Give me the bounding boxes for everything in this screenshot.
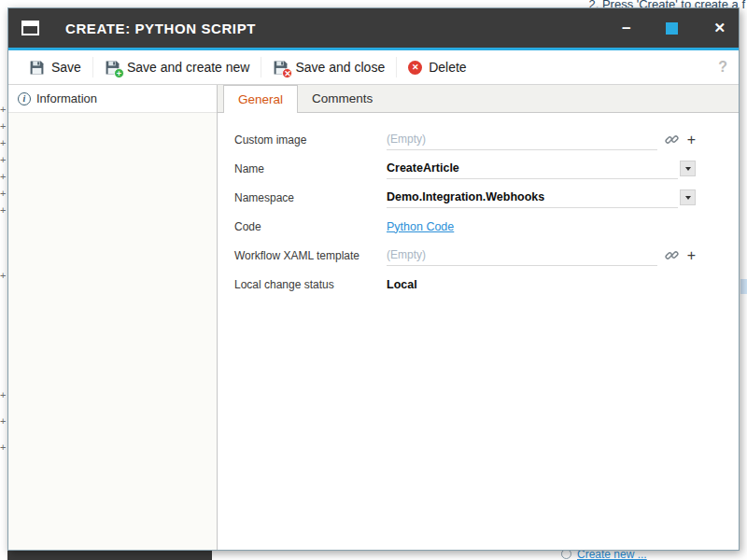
chevron-down-icon <box>685 167 691 171</box>
plus-badge-icon: + <box>114 68 124 78</box>
info-icon: i <box>18 92 31 105</box>
left-panel: i Information <box>8 85 218 550</box>
row-controls: + <box>665 133 696 147</box>
information-label: Information <box>36 91 97 105</box>
tree-expander-icon: + <box>0 189 6 198</box>
namespace-field[interactable]: Demo.Integration.Webhooks <box>387 188 678 208</box>
field-value: (Empty) <box>387 133 426 146</box>
field-value: (Empty) <box>387 248 426 261</box>
create-python-script-dialog: CREATE: PYTHON SCRIPT – ✕ Save <box>7 7 740 551</box>
form-row-code: Code Python Code <box>234 212 696 241</box>
general-form: Custom image (Empty) <box>218 113 739 299</box>
tab-general[interactable]: General <box>223 85 298 113</box>
field-label: Custom image <box>234 133 387 147</box>
titlebar[interactable]: CREATE: PYTHON SCRIPT – ✕ <box>8 8 739 48</box>
local-change-status-value: Local <box>387 274 696 295</box>
form-row-workflow-xaml-template: Workflow XAML template (Empty) <box>234 241 696 270</box>
tree-expander-icon: + <box>0 172 6 181</box>
main-panel: General Comments Custom image (Empty) <box>218 85 739 550</box>
minimize-button[interactable]: – <box>622 19 630 37</box>
save-and-close-button[interactable]: ✕ Save and close <box>261 50 396 84</box>
tab-information[interactable]: i Information <box>8 85 217 113</box>
chevron-down-icon <box>685 196 691 200</box>
tree-expander-icon: + <box>0 205 6 215</box>
save-and-close-label: Save and close <box>295 60 385 75</box>
form-row-namespace: Namespace Demo.Integration.Webhooks <box>234 183 696 212</box>
delete-label: Delete <box>429 60 466 75</box>
background-dark-panel <box>7 551 212 560</box>
help-icon[interactable]: ? <box>718 59 729 76</box>
name-dropdown-button[interactable] <box>680 161 696 176</box>
delete-icon: ✕ <box>408 61 422 75</box>
tree-expander-icon: + <box>0 271 6 280</box>
tree-expander-icon: + <box>0 155 6 164</box>
maximize-button[interactable] <box>666 22 678 35</box>
add-icon[interactable]: + <box>687 248 696 263</box>
close-button[interactable]: ✕ <box>713 20 726 36</box>
field-value: Demo.Integration.Webhooks <box>387 190 544 203</box>
code-field: Python Code <box>387 217 696 237</box>
window-controls: – ✕ <box>622 19 726 37</box>
field-value: CreateArticle <box>387 161 459 175</box>
field-label: Workflow XAML template <box>234 249 387 262</box>
save-button[interactable]: Save <box>18 50 92 84</box>
link-icon[interactable] <box>665 133 679 147</box>
name-field[interactable]: CreateArticle <box>387 159 678 179</box>
dialog-body: i Information General Comments Custom im… <box>8 85 739 550</box>
row-controls: + <box>665 248 696 263</box>
field-label: Code <box>234 220 387 233</box>
field-label: Local change status <box>234 278 387 291</box>
tabstrip: General Comments <box>218 85 739 113</box>
tree-expander-icon: + <box>0 390 6 399</box>
close-badge-icon: ✕ <box>282 68 292 78</box>
field-label: Namespace <box>234 191 387 204</box>
window-title: CREATE: PYTHON SCRIPT <box>65 21 256 36</box>
namespace-dropdown-button[interactable] <box>680 189 696 205</box>
tree-expander-icon: + <box>0 105 6 114</box>
tree-expander-icon: + <box>0 121 6 131</box>
save-and-create-new-button[interactable]: + Save and create new <box>93 50 261 84</box>
save-and-create-new-icon: + <box>105 60 120 76</box>
tab-comments[interactable]: Comments <box>298 85 387 112</box>
workflow-xaml-field[interactable]: (Empty) <box>387 245 657 266</box>
save-icon <box>29 60 45 76</box>
link-icon[interactable] <box>665 248 679 262</box>
delete-button[interactable]: ✕ Delete <box>397 50 477 84</box>
save-label: Save <box>51 60 81 75</box>
form-row-local-change-status: Local change status Local <box>234 270 696 299</box>
toolbar: Save + Save and create new <box>8 50 739 85</box>
tree-expander-icon: + <box>0 416 6 426</box>
save-and-create-new-label: Save and create new <box>127 60 250 75</box>
form-row-name: Name CreateArticle <box>234 154 696 183</box>
custom-image-field[interactable]: (Empty) <box>387 130 657 150</box>
form-row-custom-image: Custom image (Empty) <box>234 125 696 154</box>
tree-expander-icon: + <box>0 442 6 452</box>
app-icon <box>21 21 39 35</box>
field-value: Local <box>387 278 417 291</box>
save-and-close-icon: ✕ <box>273 60 289 76</box>
field-label: Name <box>234 162 387 175</box>
background-selection-fragment <box>740 279 747 294</box>
python-code-link[interactable]: Python Code <box>387 220 454 233</box>
add-icon[interactable]: + <box>687 133 696 147</box>
tree-expander-icon: + <box>0 138 6 147</box>
